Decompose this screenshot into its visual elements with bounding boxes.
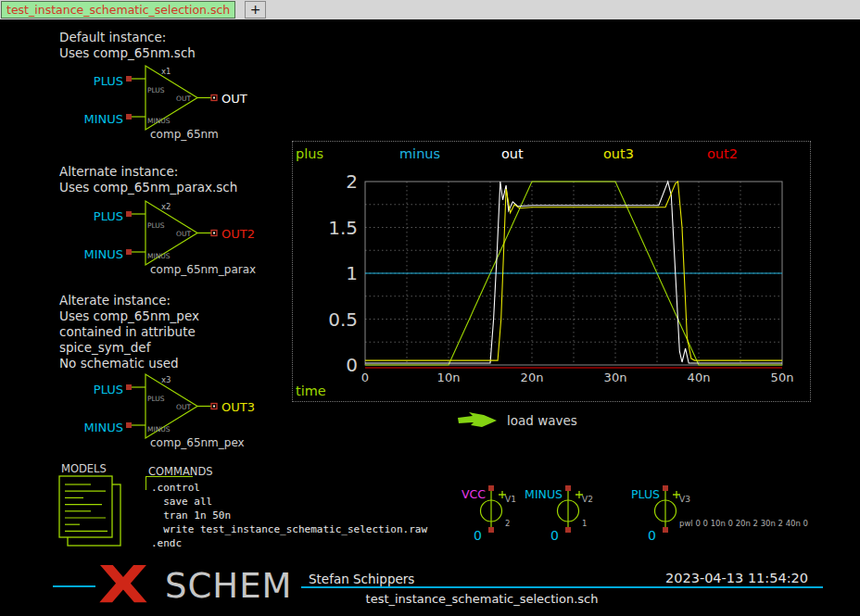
pin-square-out-center <box>213 233 215 234</box>
source-value: 2 <box>505 519 510 528</box>
xschem-logo-text: SCHEM <box>165 566 292 606</box>
x-tick-label: 40n <box>688 371 711 384</box>
comparator-1[interactable]: PLUSMINUSx1PLUSMINUSOUTOUTcomp_65nm <box>82 56 322 152</box>
instance-designator: x1 <box>161 67 171 76</box>
pin-square-minus[interactable] <box>126 249 132 255</box>
comparator-symbol-svg: PLUSMINUSx2PLUSMINUSOUTOUT2comp_65nm_par… <box>82 191 322 283</box>
source-ref-designator: V3 <box>679 495 690 504</box>
pin-name-plus: PLUS <box>147 86 165 94</box>
y-tick-label: 2 <box>346 170 358 193</box>
x-axis-title: time <box>296 383 326 398</box>
pin-name-out: OUT <box>176 230 191 238</box>
pin-name-plus: PLUS <box>147 395 165 403</box>
net-label-plus: PLUS <box>94 383 123 396</box>
legend-plus[interactable]: plus <box>296 146 323 161</box>
instance-designator: x2 <box>161 202 171 211</box>
y-tick-label: 1 <box>346 262 358 284</box>
pin-name-out: OUT <box>176 403 191 411</box>
x-tick-label: 30n <box>604 371 627 384</box>
annotation-line: Default instance: <box>59 30 196 45</box>
waveform-graph[interactable]: plusminusoutout3out2010n20n30n40n50n21.5… <box>292 141 811 402</box>
models-icon-svg <box>57 472 132 552</box>
annotation-pex-instance: Alterate instance: Uses comp_65nm_pex co… <box>59 293 199 371</box>
pin-square-minus[interactable] <box>126 422 132 428</box>
pin-square-minus[interactable] <box>126 114 132 119</box>
source-gnd-net-label: 0 <box>474 528 482 543</box>
x-tick-label: 50n <box>771 371 794 384</box>
comparator-3[interactable]: PLUSMINUSx3PLUSMINUSOUTOUT3comp_65nm_pex <box>82 364 322 460</box>
pin-name-minus: MINUS <box>147 425 171 434</box>
source-pin-top[interactable] <box>663 485 668 491</box>
net-label-minus: MINUS <box>83 112 123 126</box>
legend-out3[interactable]: out3 <box>603 146 634 161</box>
comparator-symbol-svg: PLUSMINUSx3PLUSMINUSOUTOUT3comp_65nm_pex <box>82 364 322 457</box>
symbol-name: comp_65nm <box>150 128 219 141</box>
x-tick-label: 10n <box>437 371 461 384</box>
net-label-out: OUT <box>221 92 247 106</box>
pin-name-minus: MINUS <box>147 117 171 125</box>
source-ref-designator: V2 <box>582 495 593 504</box>
source-pin-bottom[interactable] <box>663 527 668 533</box>
tab-current-schematic[interactable]: test_instance_schematic_selection.sch <box>1 1 235 19</box>
models-document-icon[interactable] <box>57 472 132 556</box>
source-pin-top[interactable] <box>565 485 571 491</box>
load-waves-label: load waves <box>507 413 577 428</box>
y-tick-label: 0 <box>346 354 358 376</box>
voltage-source-svg: PLUSV3pwl 0 0 10n 0 20n 2 30n 2 40n 00 <box>621 484 820 547</box>
y-tick-label: 1.5 <box>328 217 358 239</box>
source-value: pwl 0 0 10n 0 20n 2 30n 2 40n 0 <box>679 519 808 528</box>
xschem-logo-x: X <box>98 554 148 614</box>
symbol-name: comp_65nm_parax <box>150 263 256 276</box>
net-label-plus: PLUS <box>94 74 123 88</box>
source-gnd-net-label: 0 <box>648 528 656 543</box>
pin-square-out-center <box>213 406 215 408</box>
pin-name-minus: MINUS <box>147 252 171 260</box>
net-label-out: OUT2 <box>221 227 255 241</box>
pin-square-plus[interactable] <box>126 76 132 82</box>
net-label-minus: MINUS <box>83 421 123 434</box>
footer-datetime: 2023-04-13 11:54:20 <box>665 571 808 585</box>
net-label-plus: PLUS <box>94 209 123 223</box>
pin-square-out-center <box>213 97 215 99</box>
commands-code[interactable]: .control save all tran 1n 50n write test… <box>151 481 427 550</box>
pin-square-plus[interactable] <box>126 384 132 390</box>
source-pin-bottom[interactable] <box>565 527 571 533</box>
instance-designator: x3 <box>161 375 171 384</box>
comparator-symbol-svg: PLUSMINUSx1PLUSMINUSOUTOUTcomp_65nm <box>82 56 322 148</box>
source-gnd-net-label: 0 <box>550 528 559 543</box>
source-pin-top[interactable] <box>488 485 494 491</box>
comparator-2[interactable]: PLUSMINUSx2PLUSMINUSOUTOUT2comp_65nm_par… <box>82 191 322 287</box>
legend-out[interactable]: out <box>501 146 524 161</box>
pin-name-plus: PLUS <box>147 221 165 230</box>
load-waves-launcher[interactable]: load waves <box>457 411 577 430</box>
legend-minus[interactable]: minus <box>399 146 440 161</box>
footer-divider-line <box>301 586 823 588</box>
net-label-minus: MINUS <box>83 247 123 261</box>
symbol-name: comp_65nm_pex <box>150 436 245 449</box>
source-value: 1 <box>582 519 587 528</box>
source-pin-bottom[interactable] <box>488 527 494 533</box>
x-tick-label: 0 <box>361 371 369 384</box>
tab-bar: test_instance_schematic_selection.sch + <box>0 0 860 19</box>
source-net-label: VCC <box>462 487 486 501</box>
new-tab-button[interactable]: + <box>245 1 266 19</box>
load-waves-arrow-icon <box>457 411 500 430</box>
y-tick-label: 0.5 <box>328 308 358 331</box>
pin-square-plus[interactable] <box>126 211 132 217</box>
xschem-window: test_instance_schematic_selection.sch + … <box>0 0 860 616</box>
source-net-label: MINUS <box>525 487 563 501</box>
logo-left-line <box>53 585 95 587</box>
source-net-label: PLUS <box>631 487 660 501</box>
annotation-line: spice_sym_def <box>59 340 199 356</box>
source-ref-designator: V1 <box>505 495 516 504</box>
source-v3[interactable]: PLUSV3pwl 0 0 10n 0 20n 2 30n 2 40n 00 <box>621 484 820 550</box>
graph-svg: plusminusoutout3out2010n20n30n40n50n21.5… <box>293 142 810 401</box>
footer-filename: test_instance_schematic_selection.sch <box>292 592 672 606</box>
footer-author: Stefan Schippers <box>309 572 414 586</box>
legend-out2[interactable]: out2 <box>707 146 738 161</box>
annotation-line: Uses comp_65nm_pex <box>59 308 199 324</box>
annotation-line: Alterate instance: <box>59 293 199 308</box>
models-front-page <box>59 476 112 537</box>
pin-name-out: OUT <box>176 94 191 103</box>
annotation-line: Alternate instance: <box>59 164 237 180</box>
